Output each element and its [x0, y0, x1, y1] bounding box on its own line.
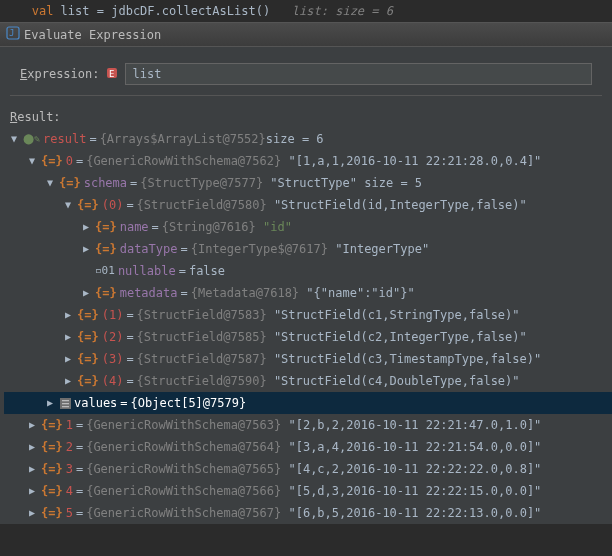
tree-node-row-0[interactable]: {=} 0 = {GenericRowWithSchema@7562} "[1,… [4, 150, 612, 172]
node-type: {GenericRowWithSchema@7566} [86, 482, 281, 500]
expand-arrow-icon[interactable] [44, 174, 56, 192]
node-type: {GenericRowWithSchema@7565} [86, 460, 281, 478]
result-label: Result: [10, 110, 61, 124]
node-name: 2 [66, 438, 73, 456]
expand-arrow-icon[interactable] [26, 504, 38, 522]
node-type: {StructField@7583} [137, 306, 267, 324]
node-value: "id" [263, 218, 292, 236]
expression-input[interactable] [125, 63, 592, 85]
node-name: 1 [66, 416, 73, 434]
result-tree: ⬤✎ result = {Arrays$ArrayList@7552} size… [0, 124, 612, 524]
node-value: "[3,a,4,2016-10-11 22:21:54.0,0.0]" [288, 438, 541, 456]
svg-rect-7 [62, 406, 69, 407]
expand-arrow-icon[interactable] [26, 482, 38, 500]
tree-node-field-0-datatype[interactable]: {=} dataType = {IntegerType$@7617} "Inte… [4, 238, 612, 260]
node-value: "StructField(c2,IntegerType,false)" [274, 328, 527, 346]
braces-icon: {=} [77, 328, 99, 346]
node-name: (0) [102, 196, 124, 214]
expand-arrow-icon[interactable] [26, 460, 38, 478]
node-value: "IntegerType" [335, 240, 429, 258]
tree-node-row-3[interactable]: {=} 3 = {GenericRowWithSchema@7565} "[4,… [4, 458, 612, 480]
tree-node-schema[interactable]: {=} schema = {StructType@7577} "StructTy… [4, 172, 612, 194]
node-value: "StructField(c3,TimestampType,false)" [274, 350, 541, 368]
node-name: values [74, 394, 117, 412]
braces-icon: {=} [77, 372, 99, 390]
braces-icon: {=} [41, 504, 63, 522]
tree-node-field-4[interactable]: {=} (4) = {StructField@7590} "StructFiel… [4, 370, 612, 392]
node-name: 4 [66, 482, 73, 500]
node-type: {Object[5]@7579} [131, 394, 247, 412]
array-icon [59, 397, 71, 409]
tree-node-row-4[interactable]: {=} 4 = {GenericRowWithSchema@7566} "[5,… [4, 480, 612, 502]
node-value: "{"name":"id"}" [306, 284, 414, 302]
inline-hint: list: size = 6 [292, 4, 393, 18]
node-name: name [120, 218, 149, 236]
node-value: "[2,b,2,2016-10-11 22:21:47.0,1.0]" [288, 416, 541, 434]
node-type: {IntegerType$@7617} [191, 240, 328, 258]
expand-arrow-icon[interactable] [62, 328, 74, 346]
tree-node-field-0-nullable[interactable]: ▫01 nullable = false [4, 260, 612, 282]
tree-node-field-2[interactable]: {=} (2) = {StructField@7585} "StructFiel… [4, 326, 612, 348]
node-value: "[4,c,2,2016-10-11 22:22:22.0,0.8]" [288, 460, 541, 478]
node-value: "StructField(c4,DoubleType,false)" [274, 372, 520, 390]
expand-arrow-icon[interactable] [62, 196, 74, 214]
node-type: {Metadata@7618} [191, 284, 299, 302]
tree-node-values-selected[interactable]: values = {Object[5]@7579} [4, 392, 612, 414]
node-type: {StructField@7580} [137, 196, 267, 214]
window-title: Evaluate Expression [24, 28, 161, 42]
node-value: "StructField(c1,StringType,false)" [274, 306, 520, 324]
braces-icon: {=} [41, 152, 63, 170]
tree-node-row-1[interactable]: {=} 1 = {GenericRowWithSchema@7563} "[2,… [4, 414, 612, 436]
svg-rect-6 [62, 403, 69, 404]
expand-arrow-icon[interactable] [80, 218, 92, 236]
braces-icon: {=} [77, 350, 99, 368]
node-type: {GenericRowWithSchema@7563} [86, 416, 281, 434]
node-value: "[1,a,1,2016-10-11 22:21:28.0,0.4]" [288, 152, 541, 170]
expand-arrow-icon[interactable] [26, 152, 38, 170]
tree-node-result-root[interactable]: ⬤✎ result = {Arrays$ArrayList@7552} size… [4, 128, 612, 150]
expand-arrow-icon[interactable] [44, 394, 56, 412]
node-name: (3) [102, 350, 124, 368]
node-value: "StructField(id,IntegerType,false)" [274, 196, 527, 214]
expand-arrow-icon[interactable] [62, 350, 74, 368]
expand-arrow-icon[interactable] [80, 240, 92, 258]
node-name: 3 [66, 460, 73, 478]
node-type: {Arrays$ArrayList@7552} [100, 130, 266, 148]
node-name: (2) [102, 328, 124, 346]
braces-icon: {=} [41, 482, 63, 500]
expand-arrow-icon[interactable] [26, 438, 38, 456]
braces-icon: {=} [95, 218, 117, 236]
node-type: {String@7616} [162, 218, 256, 236]
expand-arrow-icon[interactable] [62, 372, 74, 390]
node-type: {GenericRowWithSchema@7564} [86, 438, 281, 456]
node-name: dataType [120, 240, 178, 258]
node-name: result [43, 130, 86, 148]
braces-icon: {=} [41, 438, 63, 456]
node-type: {StructType@7577} [140, 174, 263, 192]
tree-node-field-0-name[interactable]: {=} name = {String@7616} "id" [4, 216, 612, 238]
window-titlebar[interactable]: J Evaluate Expression [0, 23, 612, 47]
braces-icon: {=} [95, 240, 117, 258]
tree-node-field-1[interactable]: {=} (1) = {StructField@7583} "StructFiel… [4, 304, 612, 326]
tree-node-field-3[interactable]: {=} (3) = {StructField@7587} "StructFiel… [4, 348, 612, 370]
node-type: {StructField@7587} [137, 350, 267, 368]
node-type: {StructField@7590} [137, 372, 267, 390]
svg-text:E: E [109, 69, 114, 79]
node-name: 5 [66, 504, 73, 522]
expand-arrow-icon[interactable] [26, 416, 38, 434]
var-name: list [61, 4, 90, 18]
tree-node-field-0[interactable]: {=} (0) = {StructField@7580} "StructFiel… [4, 194, 612, 216]
expand-arrow-icon[interactable] [8, 130, 20, 148]
braces-icon: {=} [77, 196, 99, 214]
braces-icon: {=} [41, 460, 63, 478]
svg-text:J: J [9, 28, 14, 38]
tree-node-field-0-metadata[interactable]: {=} metadata = {Metadata@7618} "{"name":… [4, 282, 612, 304]
method-call: jdbcDF.collectAsList() [111, 4, 270, 18]
tree-node-row-5[interactable]: {=} 5 = {GenericRowWithSchema@7567} "[6,… [4, 502, 612, 524]
node-name: schema [84, 174, 127, 192]
expand-arrow-icon[interactable] [62, 306, 74, 324]
braces-icon: {=} [95, 284, 117, 302]
tree-node-row-2[interactable]: {=} 2 = {GenericRowWithSchema@7564} "[3,… [4, 436, 612, 458]
expand-arrow-icon[interactable] [80, 284, 92, 302]
node-value: "StructType" size = 5 [270, 174, 422, 192]
